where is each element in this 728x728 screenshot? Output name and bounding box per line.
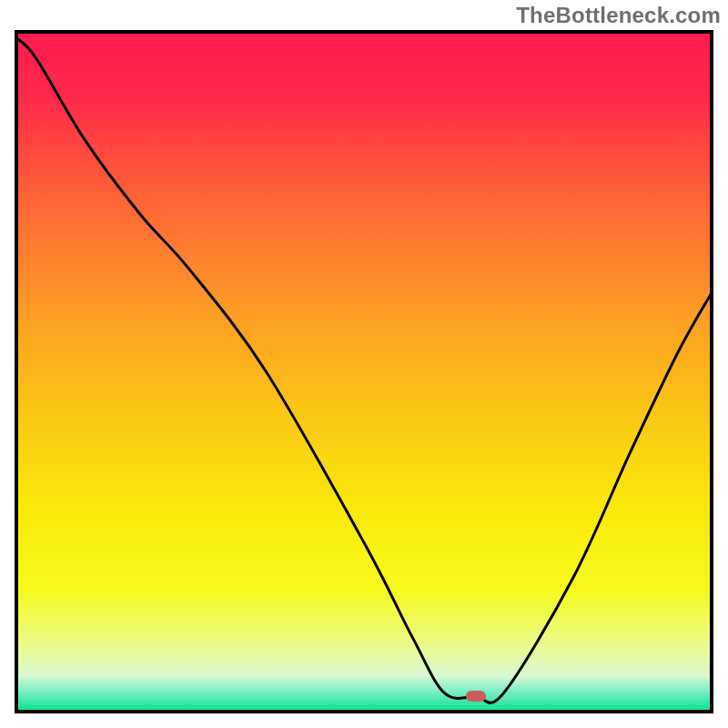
chart-curve-layer [15, 30, 713, 713]
chart-container: TheBottleneck.com [0, 0, 728, 728]
optimal-marker [466, 691, 486, 702]
bottleneck-curve [15, 37, 713, 703]
watermark-text: TheBottleneck.com [516, 3, 721, 28]
chart-frame [15, 30, 713, 713]
